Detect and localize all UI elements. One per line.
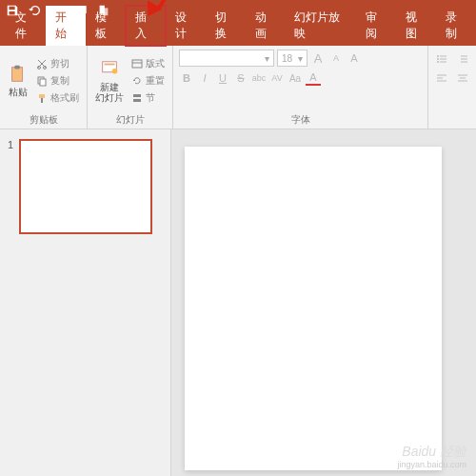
clipboard-group: 粘贴 剪切 复制 格式刷 剪贴板 [0,46,88,129]
ribbon-tabs: 文件 开始 模板 插入 设计 切换 动画 幻灯片放映 审阅 视图 录制 [0,21,476,46]
thumbnail-item[interactable]: 1 [8,139,163,234]
tab-review[interactable]: 审阅 [356,6,396,46]
watermark-url: jingyan.baidu.com [397,460,466,470]
clipboard-group-label: 剪贴板 [6,113,81,127]
cut-button[interactable]: 剪切 [34,56,81,71]
font-color-icon[interactable]: A [306,70,321,86]
svg-rect-17 [133,99,141,102]
decrease-font-icon[interactable]: A [328,50,344,66]
svg-point-13 [112,69,118,74]
svg-point-6 [44,66,47,69]
increase-font-icon[interactable]: A [310,50,326,66]
bold-icon[interactable]: B [179,70,194,86]
italic-icon[interactable]: I [197,70,212,86]
numbering-icon[interactable] [455,51,470,67]
slide-canvas[interactable] [185,147,442,470]
reset-button[interactable]: 重置 [129,73,167,89]
svg-rect-10 [41,98,43,103]
svg-rect-8 [40,79,46,86]
svg-point-18 [437,55,439,57]
svg-rect-3 [12,68,23,82]
align-center-icon[interactable] [455,70,470,86]
bullets-icon[interactable] [434,51,449,67]
tab-file[interactable]: 文件 [6,6,46,46]
section-button[interactable]: 节 [129,90,167,106]
shadow-icon[interactable]: abc [251,70,267,86]
copy-button[interactable]: 复制 [34,73,81,89]
paste-button[interactable]: 粘贴 [6,50,30,111]
svg-rect-9 [39,94,45,98]
paragraph-group [428,46,476,129]
workspace: 1 [0,129,476,476]
watermark-logo: Baidu 经验 [397,444,466,460]
slides-group-label: 幻灯片 [93,113,167,127]
thumbnail-preview [19,139,152,234]
tab-record[interactable]: 录制 [436,6,476,46]
svg-rect-16 [133,94,141,97]
paste-label: 粘贴 [9,87,28,97]
new-slide-button[interactable]: 新建 幻灯片 [93,50,126,111]
svg-point-5 [38,66,41,69]
align-left-icon[interactable] [434,70,449,86]
tab-insert[interactable]: 插入 [126,6,166,46]
change-case-icon[interactable]: Aa [288,70,303,86]
font-family-select[interactable]: ▾ [179,50,274,67]
tab-template[interactable]: 模板 [86,6,126,46]
clear-format-icon[interactable]: A [347,50,362,66]
svg-rect-14 [132,60,142,68]
svg-point-20 [437,58,439,60]
font-group: ▾ 18▾ A A A B I U S abc AV Aa A 字体 [173,46,428,129]
watermark: Baidu 经验 jingyan.baidu.com [397,444,466,470]
slides-group: 新建 幻灯片 版式 重置 节 幻灯片 [88,46,173,129]
tab-animation[interactable]: 动画 [246,6,286,46]
svg-rect-12 [105,63,115,65]
strike-icon[interactable]: S [233,70,248,86]
font-size-select[interactable]: 18▾ [277,50,307,67]
thumbnail-panel: 1 [0,129,171,476]
font-group-label: 字体 [179,113,422,127]
tab-slideshow[interactable]: 幻灯片放映 [285,6,356,46]
layout-button[interactable]: 版式 [129,56,167,71]
tab-view[interactable]: 视图 [396,6,436,46]
tab-design[interactable]: 设计 [166,6,206,46]
tab-transition[interactable]: 切换 [206,6,246,46]
svg-point-22 [437,61,439,63]
underline-icon[interactable]: U [215,70,230,86]
ribbon: 粘贴 剪切 复制 格式刷 剪贴板 新建 幻灯片 版式 重置 节 幻灯片 [0,46,476,129]
new-slide-label: 新建 幻灯片 [95,82,124,103]
thumbnail-number: 1 [8,139,13,234]
format-painter-button[interactable]: 格式刷 [34,90,81,106]
char-spacing-icon[interactable]: AV [269,70,285,86]
slide-canvas-area [171,129,476,476]
tab-home[interactable]: 开始 [46,6,86,46]
svg-rect-4 [14,66,19,69]
